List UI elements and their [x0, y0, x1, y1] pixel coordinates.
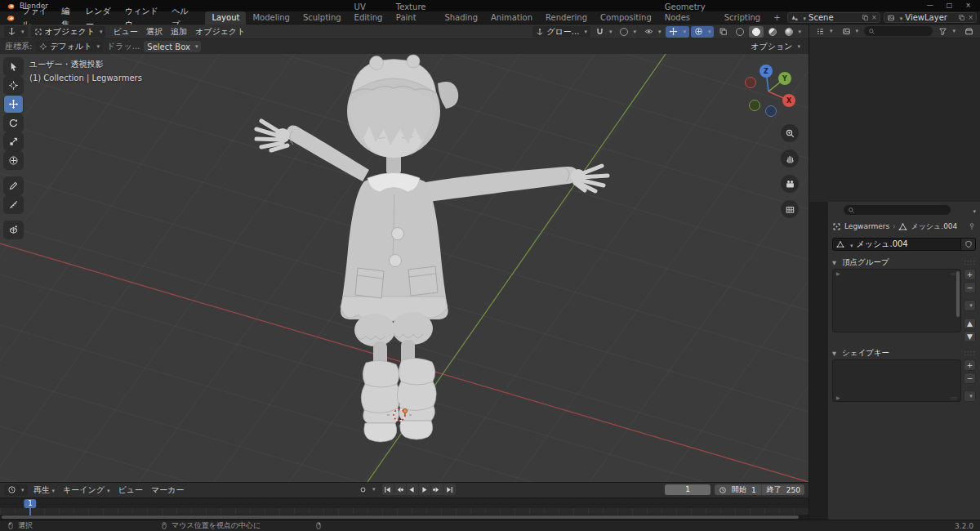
prev-keyframe-button[interactable] [394, 484, 407, 495]
timeline-editor-type-button[interactable] [4, 484, 28, 496]
new-scene-icon[interactable] [862, 14, 869, 21]
workspace-tab-scripting[interactable]: Scripting [718, 11, 767, 25]
mesh-browse-dropdown[interactable] [848, 240, 853, 249]
breadcrumb-data[interactable]: メッシュ.004 [911, 221, 957, 232]
add-shape-key-button[interactable]: + [964, 359, 976, 371]
move-group-down-button[interactable]: ▼ [964, 331, 976, 342]
shape-keys-panel-header[interactable]: ▼ シェイプキー :::: [832, 347, 976, 359]
editor-type-button[interactable] [4, 26, 28, 38]
maximize-button[interactable]: □ [947, 0, 953, 11]
next-keyframe-button[interactable] [431, 484, 443, 495]
vertex-group-specials-button[interactable] [964, 300, 976, 311]
mode-selector[interactable]: オブジェクト [31, 26, 106, 38]
view-object-types-button[interactable] [641, 26, 665, 38]
viewport-menu-3[interactable]: オブジェクト [191, 26, 249, 38]
tool-rotate-button[interactable] [4, 114, 23, 132]
viewport-3d[interactable]: ユーザー・透視投影 (1) Collection | Legwarmers [0, 54, 808, 482]
properties-search-input[interactable] [844, 205, 951, 215]
viewport-menu-0[interactable]: ビュー [109, 26, 141, 38]
shading-solid-button[interactable] [749, 26, 764, 38]
shading-rendered-button[interactable] [782, 26, 804, 38]
workspace-tab-uv-editing[interactable]: UV Editing [348, 1, 390, 25]
pan-button[interactable] [781, 149, 799, 167]
properties-options-dropdown[interactable] [970, 206, 976, 215]
remove-viewlayer-icon[interactable]: × [968, 14, 973, 21]
auto-keying-button[interactable] [355, 484, 379, 495]
fake-user-button[interactable] [961, 238, 976, 251]
perspective-toggle-button[interactable] [781, 200, 799, 218]
viewlayer-dropdown[interactable] [898, 13, 903, 22]
workspace-tab-compositing[interactable]: Compositing [594, 11, 658, 25]
outliner-search-input[interactable] [864, 26, 933, 36]
timeline-menu-0[interactable]: 再生 [29, 484, 60, 496]
remove-vertex-group-button[interactable]: − [964, 282, 976, 293]
timeline-channels[interactable] [0, 508, 808, 515]
new-viewlayer-icon[interactable] [958, 14, 965, 21]
outliner-filter-id-button[interactable] [839, 25, 862, 37]
outliner-display-mode-button[interactable] [813, 25, 836, 37]
end-frame-field[interactable]: 250 [786, 486, 800, 494]
gizmos-button[interactable] [666, 26, 689, 38]
viewport-menu-1[interactable]: 選択 [142, 26, 167, 38]
overlays-button[interactable] [691, 26, 715, 38]
remove-shape-key-button[interactable]: − [964, 373, 976, 384]
tool-add-cube-button[interactable] [4, 221, 23, 239]
tool-tweak-select-button[interactable] [4, 58, 23, 75]
jump-to-end-button[interactable] [443, 484, 456, 495]
breadcrumb-object[interactable]: Legwarmers [844, 222, 889, 230]
camera-view-button[interactable] [781, 175, 799, 193]
play-button[interactable] [419, 484, 431, 495]
xray-toggle[interactable] [715, 26, 731, 38]
timeline-scrollbar[interactable] [0, 515, 808, 520]
viewport-menu-2[interactable]: 追加 [167, 26, 191, 38]
tool-annotate-button[interactable] [4, 177, 23, 194]
tool-cursor-button[interactable] [4, 77, 23, 94]
workspace-tab-animation[interactable]: Animation [484, 11, 539, 25]
scene-selector[interactable]: Scene × [787, 12, 880, 23]
workspace-tab-layout[interactable]: Layout [205, 11, 246, 25]
close-button[interactable]: × [965, 0, 971, 11]
vertex-groups-scrollbar[interactable] [956, 271, 960, 317]
shape-key-specials-button[interactable] [964, 390, 976, 402]
jump-to-start-button[interactable] [382, 484, 394, 495]
transform-orientation-button[interactable]: グロー... [532, 26, 590, 38]
tool-measure-button[interactable] [4, 196, 23, 213]
shading-material-button[interactable] [765, 26, 780, 38]
timeline-ruler[interactable]: 1 [0, 498, 808, 509]
workspace-tab-rendering[interactable]: Rendering [539, 11, 594, 25]
shading-wireframe-button[interactable] [733, 26, 747, 38]
tool-move-button[interactable] [4, 96, 23, 113]
workspace-tab-modeling[interactable]: Modeling [246, 11, 296, 25]
scene-dropdown[interactable] [801, 13, 807, 22]
viewlayer-selector[interactable]: ViewLayer × [884, 12, 977, 23]
orientation-default-dropdown[interactable]: デフォルト [36, 41, 103, 52]
pin-icon[interactable] [968, 222, 976, 230]
workspace-tab-geometry-nodes[interactable]: Geometry Nodes [658, 1, 718, 25]
workspace-tab-shading[interactable]: Shading [438, 11, 484, 25]
blender-menu-icon[interactable] [5, 13, 16, 23]
current-frame-badge[interactable]: 1 [24, 499, 36, 508]
snapping-button[interactable] [592, 26, 616, 38]
timeline-menu-2[interactable]: ビュー [114, 484, 146, 496]
playhead[interactable] [29, 508, 31, 515]
proportional-editing-button[interactable] [617, 26, 639, 38]
timeline-menu-1[interactable]: キーイング [59, 484, 114, 496]
tool-transform-button[interactable] [4, 152, 23, 169]
start-frame-field[interactable]: 1 [751, 486, 756, 494]
timeline-menu-3[interactable]: マーカー [147, 484, 188, 496]
outliner-filter-button[interactable] [935, 25, 959, 37]
mesh-name-field[interactable]: メッシュ.004 [832, 238, 961, 251]
options-button[interactable]: オプション [747, 41, 804, 52]
move-group-up-button[interactable]: ▲ [964, 318, 976, 329]
unlink-scene-icon[interactable]: × [871, 14, 877, 21]
zoom-button[interactable] [781, 124, 799, 142]
new-collection-button[interactable] [961, 25, 977, 37]
navigation-gizmo[interactable]: Z Y X [743, 60, 800, 119]
vertex-groups-panel-header[interactable]: ▼ 頂点グループ :::: [832, 257, 976, 269]
minimize-button[interactable]: — [927, 0, 933, 11]
current-frame-field[interactable]: 1 [665, 484, 710, 495]
play-reverse-button[interactable] [407, 484, 419, 495]
workspace-tab-texture-paint[interactable]: Texture Paint [390, 1, 439, 25]
workspace-tab-sculpting[interactable]: Sculpting [296, 11, 348, 25]
add-vertex-group-button[interactable]: + [964, 269, 976, 280]
